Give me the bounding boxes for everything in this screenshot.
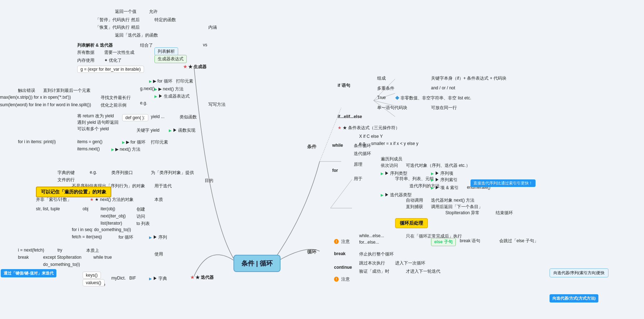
return-iter: 返回「迭代器」的函数	[115, 32, 158, 38]
allow: 允许	[149, 9, 158, 15]
for-label: for	[332, 168, 338, 173]
print-item2: 打印元素	[151, 139, 168, 145]
vs: vs	[203, 42, 207, 47]
for-use: 用于	[354, 176, 362, 182]
dict-arrow: ▶▶ 字典	[149, 276, 167, 282]
gnext: g.next()	[140, 86, 155, 91]
touch-error: 触出错误	[18, 88, 35, 94]
try: try	[57, 248, 62, 253]
principle-val3: 可迭代对象（序列、迭代器 etc.）	[406, 163, 470, 169]
all-data: 所有数据	[77, 50, 94, 56]
next-iter: 才进入下一轮迭代	[406, 268, 440, 275]
if-compose: 组成	[377, 75, 386, 81]
break-skip: break 语句	[460, 238, 480, 244]
next-iter-obj: next(iter_obj)	[101, 214, 126, 219]
gen-expr2: ▶▶ 生成器表达式	[154, 93, 190, 99]
note2-section: ! 注意	[334, 276, 350, 282]
memory: 内存使用	[77, 57, 94, 64]
break-val: 停止执行整个循环	[359, 251, 394, 257]
right-edge-box: 向迭代器/序列(索引方向)更快	[550, 268, 608, 277]
yield-return: 遇到 yield 语句即返回	[77, 119, 119, 126]
if-true: True	[377, 95, 386, 100]
essence: 本质	[154, 197, 163, 203]
def-gen: def gen( ):	[122, 114, 148, 121]
items-gen: items = gen()	[77, 139, 102, 144]
str-list-tuple: str, list, tuple	[36, 206, 60, 211]
print-item: 打印元素	[176, 78, 193, 84]
iter-obj: iter(obj)	[101, 206, 115, 211]
keyword-yield: 关键字 yield	[136, 127, 159, 133]
bottom-right-box: 向迭代器/方式(方式方法)	[550, 294, 598, 302]
return-val: 返回一个值	[115, 9, 136, 15]
for-iterate: 用于迭代	[154, 183, 172, 189]
for-else: for...else...	[359, 240, 379, 245]
while-true: while true	[93, 255, 112, 260]
except-stop: except StopIteration	[43, 255, 82, 260]
target-label: 目的	[205, 178, 213, 184]
loop-after: 循环后处理	[395, 218, 428, 228]
stop-iter: StopIteration 异常	[445, 210, 479, 216]
keys: keys()	[83, 272, 101, 279]
need-once: 需要一次性生成	[104, 50, 134, 56]
verify: 验证「成功」时	[359, 268, 389, 275]
seq-sub1: ▶▶ 序列项	[431, 170, 453, 177]
obj: obj	[83, 206, 88, 211]
resume: 「恢复」代码执行	[95, 24, 130, 31]
ternary-val: X if C else Y	[359, 134, 383, 139]
can-remember-highlight: 可以记住「遍历的位置」的对象	[36, 187, 111, 197]
seq-items: 字符串、列表、元组	[395, 176, 434, 182]
func-impl: ▶▶ 函数实现	[169, 127, 195, 133]
sum-len: sum(len(word) for line in f for word in …	[0, 102, 91, 107]
while-label: while	[332, 143, 343, 148]
auto-call: 自动调用	[406, 197, 423, 203]
item-index: ▶▶ 项 & 索引	[431, 185, 459, 191]
if-single: 单一语句代码块	[377, 105, 407, 111]
while-else: while...else...	[359, 233, 384, 238]
bottom-left-box: 通过「键值/键-值对」来迭代	[1, 269, 56, 277]
use-label: 使用	[154, 251, 163, 257]
list-parse-label: 列表解析	[154, 47, 178, 56]
to-list: to 列表	[136, 221, 150, 227]
break2: break	[18, 255, 29, 260]
loop-section: 循环	[307, 249, 316, 255]
for-i-seq: for i in seq: do_something_to(i)	[72, 227, 131, 232]
continue: continue	[334, 265, 352, 270]
eg-label: e.g.	[140, 100, 147, 105]
sequence-label: ▶▶ 序列	[149, 234, 167, 240]
condition-loop: 条件循环	[354, 143, 371, 149]
next-method: ▶▶ next() 方法	[154, 86, 184, 92]
generator-label: ★★ 生成器	[183, 64, 207, 70]
write-method: 写写方法	[208, 102, 226, 108]
for-loop: ▶▶ for 循环	[149, 78, 172, 84]
return-item: 调用后返回「下一个条目」	[431, 204, 483, 210]
gen-expr-label: 生成器表达式	[154, 55, 187, 63]
essentially: 本质上	[86, 248, 99, 254]
dict-key: 字典的键	[57, 170, 75, 176]
formula: g = (expr for iter_var in iterable)	[77, 66, 144, 73]
multi-yield: 可以有多个 yield	[77, 126, 109, 132]
optimize-before: 优化之前示例	[101, 102, 126, 108]
iter-next: 迭代器对象 next() 方法	[431, 197, 474, 203]
suspend: 「暂停」代码执行	[95, 17, 130, 23]
yield-dots: yield ...	[151, 114, 165, 119]
seq-sub2: ▶▶ 序列索引	[431, 177, 458, 183]
items-next: items.next()	[77, 146, 100, 151]
list-parse-iter: 列表解析 & 迭代器	[77, 42, 113, 48]
principle-val2: 依次访问	[381, 163, 398, 169]
find-longest: 寻找文件最长行	[101, 95, 131, 101]
if-single-val: 可放在同一行	[431, 105, 457, 111]
catch: 直到捕获	[406, 204, 423, 210]
provide: 为「类序列对象」提供	[151, 170, 194, 176]
end-loop: 结束循环	[496, 210, 513, 216]
ternary: ★★ 条件表达式（三元操作符）	[338, 125, 400, 131]
next-obj: ★★ next() 方法的对象	[90, 197, 134, 203]
note-section: ! 注意	[334, 239, 350, 245]
create: 创建	[136, 206, 145, 212]
if-true-val: ◆ 非零数值、非空字符串、非空 list etc.	[395, 95, 471, 101]
central-node: 条件 | 循环	[233, 255, 281, 272]
not-counter: 并非「索引/计数」	[36, 197, 71, 203]
for-loop2: ▶▶ for 循环	[122, 139, 145, 145]
fetch-iter: fetch = iter(seq)	[72, 234, 102, 239]
continue-val1: 跳过本次执行	[359, 260, 385, 266]
central-label: 条件 | 循环	[241, 260, 273, 267]
